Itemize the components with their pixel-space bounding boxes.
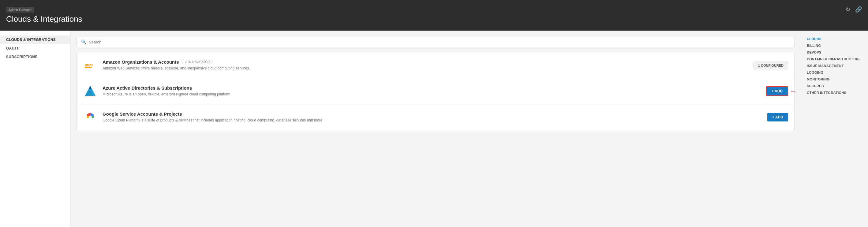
- aws-logo: aws: [83, 58, 98, 72]
- search-input[interactable]: [89, 40, 790, 44]
- link-icon[interactable]: 🔗: [855, 6, 862, 13]
- right-sidebar-item-container-infrastructure[interactable]: CONTAINER INFRASTRUCTURE: [807, 56, 862, 62]
- main-layout: CLOUDS & INTEGRATIONS OAUTH SUBSCRIPTION…: [0, 31, 868, 227]
- right-sidebar-item-monitoring[interactable]: MONITORING: [807, 76, 862, 83]
- header: Admin Console Clouds & Integrations ↻ 🔗: [0, 0, 868, 31]
- google-logo: [83, 110, 98, 125]
- azure-add-button[interactable]: + ADD: [766, 86, 788, 96]
- integration-action-azure: + ADD: [766, 86, 788, 96]
- google-add-button[interactable]: + ADD: [767, 113, 788, 122]
- right-sidebar-item-billing[interactable]: BILLING: [807, 42, 862, 49]
- sidebar-item-clouds-integrations[interactable]: CLOUDS & INTEGRATIONS: [0, 35, 70, 44]
- right-sidebar-item-issue-management[interactable]: ISSUE MANAGEMENT: [807, 62, 862, 69]
- refresh-icon[interactable]: ↻: [846, 6, 850, 13]
- sidebar-item-subscriptions[interactable]: SUBSCRIPTIONS: [0, 53, 70, 61]
- integration-item-aws: aws Amazon Organizations & Accounts ✓ IN…: [77, 52, 794, 78]
- integration-name-azure: Azure Active Directories & Subscriptions: [102, 85, 761, 91]
- integration-name-aws: Amazon Organizations & Accounts ✓ IN NAV…: [102, 59, 749, 65]
- integration-info-azure: Azure Active Directories & Subscriptions…: [102, 85, 761, 97]
- integration-name-google: Google Service Accounts & Projects: [102, 111, 763, 117]
- left-sidebar: CLOUDS & INTEGRATIONS OAUTH SUBSCRIPTION…: [0, 31, 70, 227]
- integration-action-google: + ADD: [767, 113, 788, 122]
- search-icon: 🔍: [81, 39, 86, 44]
- integration-desc-google: Google Cloud Platform is a suite of prod…: [102, 118, 763, 123]
- center-content: 🔍 aws Amazon Organizations & Accounts: [70, 31, 801, 227]
- integration-info-google: Google Service Accounts & Projects Googl…: [102, 111, 763, 123]
- integration-item-azure: Azure Active Directories & Subscriptions…: [77, 78, 794, 104]
- azure-logo-svg: [84, 85, 97, 98]
- header-icons: ↻ 🔗: [846, 6, 862, 13]
- search-bar: 🔍: [76, 37, 795, 47]
- integration-item-google: Google Service Accounts & Projects Googl…: [77, 104, 794, 130]
- right-sidebar-item-clouds[interactable]: CLOUDS: [807, 35, 862, 42]
- sidebar-item-oauth[interactable]: OAUTH: [0, 44, 70, 53]
- page-title: Clouds & Integrations: [6, 14, 862, 24]
- integrations-list: aws Amazon Organizations & Accounts ✓ IN…: [76, 52, 795, 130]
- svg-marker-2: [85, 89, 95, 96]
- right-sidebar-item-devops[interactable]: DEVOPS: [807, 49, 862, 56]
- integration-info-aws: Amazon Organizations & Accounts ✓ IN NAV…: [102, 59, 749, 71]
- admin-console-badge: Admin Console: [6, 7, 34, 12]
- azure-logo: [83, 84, 98, 98]
- integration-desc-aws: Amazon Web Services offers reliable, sca…: [102, 66, 749, 71]
- right-sidebar-item-other-integrations[interactable]: OTHER INTEGRATIONS: [807, 89, 862, 96]
- configured-badge: 1 CONFIGURED: [753, 62, 788, 69]
- google-logo-overlay: [78, 111, 90, 124]
- right-sidebar: CLOUDS BILLING DEVOPS CONTAINER INFRASTR…: [801, 31, 868, 227]
- integration-desc-azure: Microsoft Azure is an open, flexible, en…: [102, 92, 761, 97]
- navigator-check-icon: ✓: [185, 60, 187, 64]
- right-sidebar-item-logging[interactable]: LOGGING: [807, 69, 862, 76]
- right-sidebar-item-security[interactable]: SECURITY: [807, 83, 862, 89]
- in-navigator-badge: ✓ IN NAVIGATOR: [182, 60, 212, 64]
- integration-action-aws: 1 CONFIGURED: [753, 62, 788, 68]
